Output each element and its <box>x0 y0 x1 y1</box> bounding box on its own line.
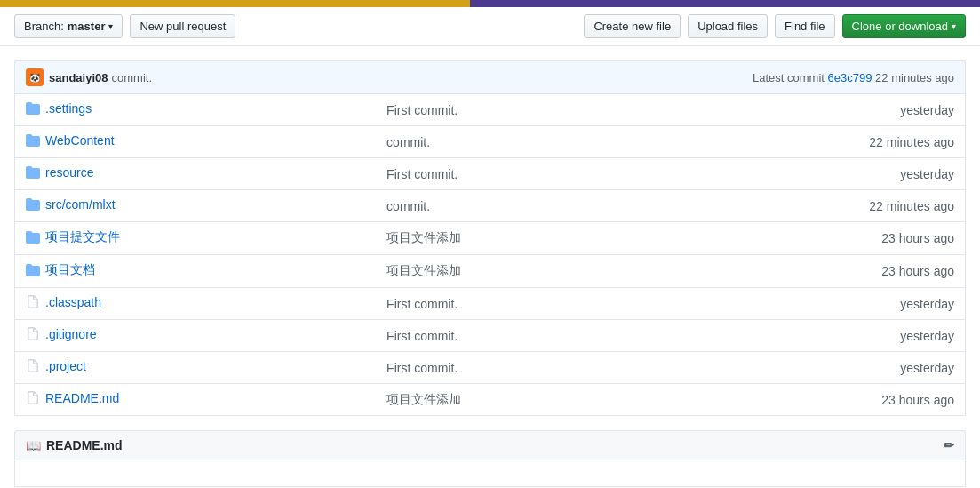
file-link[interactable]: 项目提交文件 <box>45 229 120 245</box>
new-pull-request-button[interactable]: New pull request <box>130 14 235 38</box>
readme-title-area: 📖 README.md <box>26 438 123 452</box>
file-name-cell: 项目提交文件 <box>15 222 377 255</box>
file-time-cell: 23 hours ago <box>756 384 965 416</box>
repository-toolbar: Branch: master ▾ New pull request Create… <box>0 7 980 46</box>
file-link[interactable]: .gitignore <box>45 327 97 341</box>
clone-or-download-label: Clone or download <box>852 20 948 33</box>
file-icon <box>26 295 40 309</box>
avatar: 🐼 <box>26 68 44 86</box>
file-time-cell: yesterday <box>756 288 965 320</box>
folder-icon <box>26 230 40 244</box>
folder-icon <box>26 165 40 180</box>
folder-icon <box>26 263 40 277</box>
table-row: .gitignore First commit. yesterday <box>15 320 966 352</box>
commit-message: commit. <box>112 71 153 84</box>
file-time-cell: 22 minutes ago <box>756 190 965 222</box>
file-time-cell: yesterday <box>756 94 965 126</box>
table-row: .project First commit. yesterday <box>15 352 966 384</box>
readme-title-text: README.md <box>46 438 123 452</box>
table-row: WebContent commit. 22 minutes ago <box>15 126 966 158</box>
file-time-cell: yesterday <box>756 158 965 190</box>
edit-icon[interactable]: ✏ <box>944 438 954 452</box>
commit-time: 22 minutes ago <box>875 71 954 84</box>
commit-hash-link[interactable]: 6e3c799 <box>828 71 872 84</box>
table-row: .settings First commit. yesterday <box>15 94 966 126</box>
table-row: README.md 项目文件添加 23 hours ago <box>15 384 966 416</box>
file-message-cell: First commit. <box>376 158 756 190</box>
table-row: .classpath First commit. yesterday <box>15 288 966 320</box>
file-name-cell: WebContent <box>15 126 377 158</box>
file-link[interactable]: 项目文档 <box>45 262 95 278</box>
file-name-cell: .classpath <box>15 288 377 320</box>
file-name-cell: src/com/mlxt <box>15 190 377 222</box>
branch-label: Branch: <box>24 20 64 33</box>
progress-segment-2 <box>470 0 980 7</box>
clone-or-download-button[interactable]: Clone or download ▾ <box>842 14 966 38</box>
file-link[interactable]: .settings <box>45 101 92 116</box>
file-message-cell: First commit. <box>376 94 756 126</box>
file-icon <box>26 391 40 405</box>
commit-bar: 🐼 sandaiyi08 commit. Latest commit 6e3c7… <box>14 60 966 93</box>
file-time-cell: 23 hours ago <box>756 255 965 288</box>
create-new-file-button[interactable]: Create new file <box>584 14 681 38</box>
toolbar-right: Create new file Upload files Find file C… <box>584 14 966 38</box>
file-name-cell: .gitignore <box>15 320 377 352</box>
file-name-cell: resource <box>15 158 377 190</box>
table-row: src/com/mlxt commit. 22 minutes ago <box>15 190 966 222</box>
toolbar-left: Branch: master ▾ New pull request <box>14 14 235 38</box>
readme-bar: 📖 README.md ✏ <box>14 430 966 460</box>
progress-segment-1 <box>0 0 470 7</box>
file-icon <box>26 359 40 373</box>
commit-username[interactable]: sandaiyi08 <box>49 71 108 84</box>
book-icon: 📖 <box>26 438 41 452</box>
folder-icon <box>26 133 40 148</box>
file-message-cell: First commit. <box>376 352 756 384</box>
table-row: 项目文档 项目文件添加 23 hours ago <box>15 255 966 288</box>
file-time-cell: yesterday <box>756 352 965 384</box>
file-message-cell: First commit. <box>376 288 756 320</box>
upload-files-button[interactable]: Upload files <box>688 14 768 38</box>
branch-name: master <box>68 20 106 33</box>
file-time-cell: 23 hours ago <box>756 222 965 255</box>
chevron-down-icon: ▾ <box>952 21 956 31</box>
file-link[interactable]: src/com/mlxt <box>45 197 116 212</box>
file-message-cell: First commit. <box>376 320 756 352</box>
file-message-cell: 项目文件添加 <box>376 222 756 255</box>
file-link[interactable]: README.md <box>45 391 119 405</box>
file-message-cell: 项目文件添加 <box>376 255 756 288</box>
file-name-cell: 项目文档 <box>15 255 377 288</box>
table-row: 项目提交文件 项目文件添加 23 hours ago <box>15 222 966 255</box>
file-time-cell: yesterday <box>756 320 965 352</box>
file-link[interactable]: .classpath <box>45 295 101 309</box>
file-name-cell: .settings <box>15 94 377 126</box>
file-message-cell: commit. <box>376 126 756 158</box>
file-name-cell: .project <box>15 352 377 384</box>
file-link[interactable]: resource <box>45 165 93 180</box>
folder-icon <box>26 101 40 116</box>
latest-label: Latest commit <box>753 71 825 84</box>
branch-selector[interactable]: Branch: master ▾ <box>14 14 123 38</box>
file-message-cell: 项目文件添加 <box>376 384 756 416</box>
folder-icon <box>26 197 40 212</box>
file-name-cell: README.md <box>15 384 377 416</box>
file-icon <box>26 327 40 341</box>
file-link[interactable]: WebContent <box>45 133 115 148</box>
top-progress-bar <box>0 0 980 7</box>
latest-commit-info: Latest commit 6e3c799 22 minutes ago <box>753 71 954 84</box>
file-message-cell: commit. <box>376 190 756 222</box>
find-file-button[interactable]: Find file <box>775 14 835 38</box>
chevron-down-icon: ▾ <box>108 21 113 31</box>
file-time-cell: 22 minutes ago <box>756 126 965 158</box>
main-content: 🐼 sandaiyi08 commit. Latest commit 6e3c7… <box>0 60 980 487</box>
file-list-table: .settings First commit. yesterday WebCon… <box>14 93 966 416</box>
readme-content <box>14 460 966 487</box>
file-link[interactable]: .project <box>45 359 86 373</box>
table-row: resource First commit. yesterday <box>15 158 966 190</box>
